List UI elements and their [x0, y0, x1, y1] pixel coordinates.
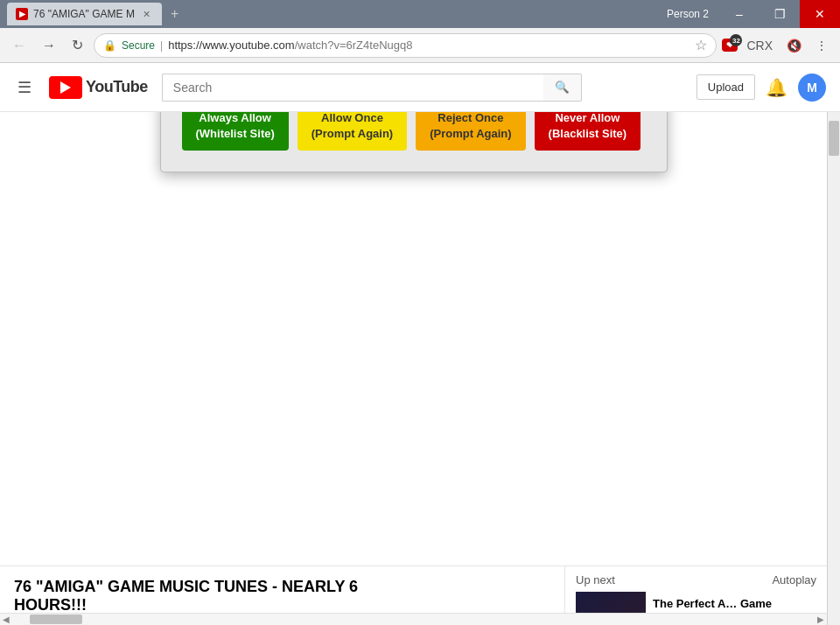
search-container: 🔍 [162, 74, 582, 102]
person-label: Person 2 [667, 8, 709, 20]
tab-area: ▶ 76 "AMIGA" GAME M ✕ + [7, 3, 184, 25]
vertical-scrollbar[interactable] [827, 112, 840, 625]
up-next-header: Up next Autoplay [576, 573, 816, 586]
tab-favicon: ▶ [16, 8, 28, 20]
notifications-icon[interactable]: 🔔 [766, 77, 788, 98]
window-controls: – ❐ ✕ [719, 0, 840, 28]
search-input[interactable] [162, 74, 543, 102]
v-scroll-thumb[interactable] [829, 121, 839, 156]
url-separator: | [160, 39, 163, 52]
upload-button[interactable]: Upload [696, 74, 755, 100]
url-domain: https://www.youtube.com [168, 39, 295, 52]
search-icon: 🔍 [555, 81, 570, 94]
content-wrapper: This page wants to play audio. ✕ Always … [0, 112, 827, 625]
video-title-line2: HOURS!!! [14, 596, 550, 614]
tab-title: 76 "AMIGA" GAME M [33, 8, 135, 20]
audio-mute-button[interactable]: 🔇 [781, 35, 807, 56]
back-button[interactable]: ← [7, 34, 32, 57]
secure-text: Secure [122, 39, 155, 52]
header-actions: Upload 🔔 M [696, 74, 826, 102]
search-button[interactable]: 🔍 [543, 74, 582, 102]
youtube-header: ☰ YouTube 🔍 Upload 🔔 M [0, 63, 840, 112]
scroll-right-button[interactable]: ▶ [815, 614, 827, 626]
hamburger-menu-icon[interactable]: ☰ [14, 74, 35, 101]
browser-actions: ❤ 32 CRX 🔇 ⋮ [722, 35, 833, 56]
title-bar: ▶ 76 "AMIGA" GAME M ✕ + Person 2 – ❐ ✕ [0, 0, 840, 28]
refresh-button[interactable]: ↻ [66, 33, 88, 57]
youtube-logo[interactable]: YouTube [49, 76, 148, 99]
scroll-thumb[interactable] [30, 614, 82, 624]
url-path: /watch?v=6rZ4teNugq8 [295, 39, 413, 52]
tab-close-button[interactable]: ✕ [140, 8, 153, 21]
close-button[interactable]: ✕ [800, 0, 840, 28]
new-tab-button[interactable]: + [165, 4, 184, 24]
horizontal-scrollbar[interactable]: ◀ ▶ [0, 613, 827, 625]
title-bar-left: ▶ 76 "AMIGA" GAME M ✕ + [7, 3, 184, 25]
address-bar: ← → ↻ 🔒 Secure | https://www.youtube.com… [0, 28, 840, 63]
secure-icon: 🔒 [103, 39, 116, 52]
minimize-button[interactable]: – [719, 0, 760, 28]
maximize-button[interactable]: ❐ [760, 0, 800, 28]
url-display: https://www.youtube.com/watch?v=6rZ4teNu… [168, 39, 412, 52]
always-allow-button[interactable]: Always Allow(Whitelist Site) [182, 112, 289, 151]
video-title-line1: 76 "AMIGA" GAME MUSIC TUNES - NEARLY 6 [14, 578, 550, 596]
url-bar[interactable]: 🔒 Secure | https://www.youtube.com/watch… [94, 33, 717, 58]
menu-button[interactable]: ⋮ [810, 35, 833, 56]
scroll-left-button[interactable]: ◀ [0, 614, 12, 626]
extension-badge: 32 [730, 34, 742, 46]
extension-button[interactable]: ❤ 32 [722, 39, 738, 52]
youtube-logo-icon [49, 76, 82, 99]
page-wrapper: This page wants to play audio. ✕ Always … [0, 112, 840, 625]
autoplay-label: Autoplay [772, 573, 816, 586]
youtube-play-icon [60, 81, 71, 94]
video-title: 76 "AMIGA" GAME MUSIC TUNES - NEARLY 6 H… [14, 578, 550, 614]
youtube-logo-text: YouTube [86, 78, 148, 96]
up-next-label: Up next [576, 573, 615, 586]
forward-button[interactable]: → [37, 34, 61, 57]
reject-once-button[interactable]: Reject Once(Prompt Again) [416, 112, 525, 151]
allow-once-button[interactable]: Allow Once(Prompt Again) [298, 112, 407, 151]
browser-tab[interactable]: ▶ 76 "AMIGA" GAME M ✕ [7, 3, 162, 25]
audio-permission-dialog: This page wants to play audio. ✕ Always … [160, 112, 668, 172]
extension-2-button[interactable]: CRX [741, 35, 778, 56]
bookmark-icon[interactable]: ☆ [695, 37, 707, 53]
never-allow-button[interactable]: Never Allow(Blacklist Site) [535, 112, 641, 151]
avatar[interactable]: M [798, 74, 826, 102]
scroll-track[interactable] [12, 614, 815, 625]
dialog-buttons: Always Allow(Whitelist Site) Allow Once(… [182, 112, 646, 151]
